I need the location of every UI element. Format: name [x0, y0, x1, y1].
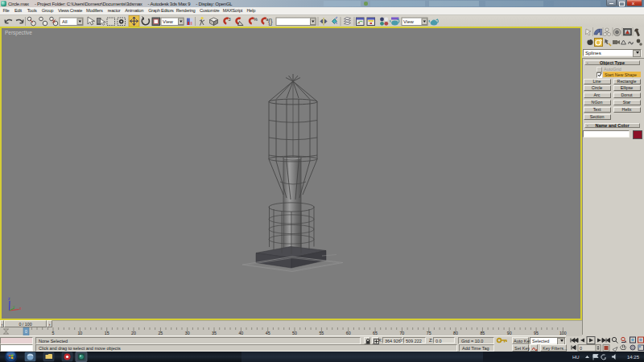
svg-text:0: 0 — [580, 346, 582, 351]
svg-text:z: z — [8, 296, 10, 301]
svg-text:View: View — [403, 19, 415, 24]
svg-text:14:25: 14:25 — [627, 355, 640, 360]
svg-text:3: 3 — [229, 17, 231, 22]
svg-text:All: All — [62, 19, 68, 24]
svg-text:View: View — [163, 19, 174, 24]
svg-text:{}: {} — [268, 18, 273, 26]
svg-text:%: % — [254, 17, 258, 22]
svg-text:y: y — [13, 304, 15, 309]
svg-text:HU: HU — [572, 355, 580, 360]
svg-text:x: x — [19, 306, 22, 311]
svg-text:0: 0 — [25, 329, 27, 334]
